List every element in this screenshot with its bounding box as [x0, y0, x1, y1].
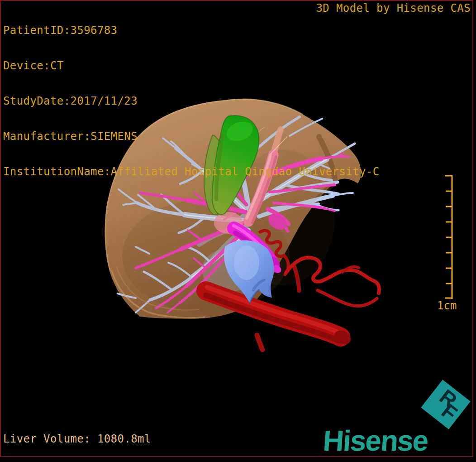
liver-volume-readout: Liver Volume: 1080.8ml — [3, 433, 151, 445]
scale-label: 1cm — [437, 299, 457, 312]
scale-bar — [445, 175, 452, 299]
patient-info-overlay: PatientID:3596783 Device:CT StudyDate:20… — [3, 1, 380, 201]
institution-line: InstitutionName:Affiliated Hospital Qing… — [3, 166, 380, 178]
viewer-window: PatientID:3596783 Device:CT StudyDate:20… — [0, 0, 476, 462]
study-date-line: StudyDate:2017/11/23 — [3, 95, 380, 107]
device-line: Device:CT — [3, 60, 380, 72]
app-title: 3D Model by Hisense CAS — [316, 2, 471, 14]
patient-id-line: PatientID:3596783 — [3, 24, 380, 36]
hisense-logo: Hisense — [322, 424, 429, 457]
manufacturer-line: Manufacturer:SIEMENS — [3, 130, 380, 142]
